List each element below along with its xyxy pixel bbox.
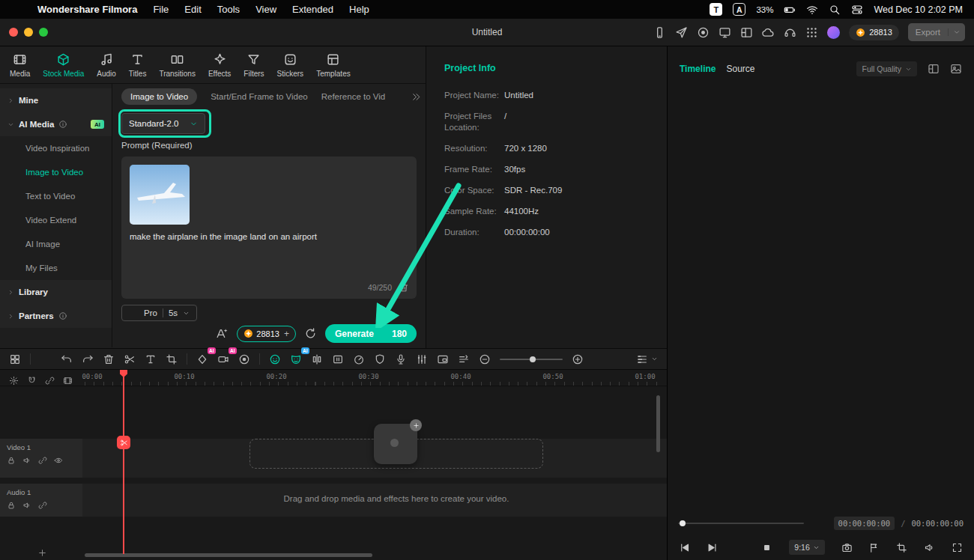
credits-balance[interactable]: 28813: [849, 25, 899, 40]
prompt-text[interactable]: make the airplane in the image land on a…: [130, 232, 408, 241]
chroma-key-tool[interactable]: [238, 353, 250, 365]
quality-select[interactable]: Full Quality: [856, 61, 917, 76]
redo-button[interactable]: [82, 353, 94, 365]
preview-media-icon[interactable]: [950, 63, 962, 75]
sidebar-item-partners[interactable]: Partners: [0, 304, 112, 328]
ai-writer-icon[interactable]: [216, 327, 229, 340]
audio-mixer[interactable]: [416, 353, 428, 365]
lock-track-icon[interactable]: [7, 456, 16, 465]
seek-handle[interactable]: [680, 520, 686, 526]
timeline-settings-icon[interactable]: [9, 376, 19, 386]
sidebar-item-video-inspiration[interactable]: Video Inspiration: [0, 136, 112, 160]
spotlight-search-icon[interactable]: [829, 4, 841, 16]
duration-settings[interactable]: Pro 5s: [121, 305, 197, 321]
timeline-zoom-slider[interactable]: [500, 359, 563, 360]
link-track-icon[interactable]: [38, 456, 47, 465]
zoom-in-button[interactable]: [572, 353, 584, 365]
tab-timeline[interactable]: Timeline: [680, 64, 716, 74]
timeline-horizontal-scrollbar[interactable]: [85, 553, 372, 557]
tab-media[interactable]: Media: [4, 49, 35, 81]
tab-filters[interactable]: Filters: [238, 49, 269, 81]
sidebar-item-ai-image[interactable]: AI Image: [0, 232, 112, 256]
user-avatar[interactable]: [827, 26, 840, 39]
marker-icon[interactable]: [868, 542, 880, 553]
menu-file[interactable]: File: [153, 4, 169, 15]
sidebar-item-text-to-video[interactable]: Text to Video: [0, 184, 112, 208]
stop-icon[interactable]: [761, 542, 772, 553]
record-voiceover[interactable]: [395, 353, 407, 365]
sidebar-item-mine[interactable]: Mine: [0, 88, 112, 112]
split-tool[interactable]: [124, 353, 136, 365]
auto-ripple[interactable]: [458, 353, 470, 365]
tab-source[interactable]: Source: [726, 64, 754, 74]
zoom-out-button[interactable]: [479, 353, 491, 365]
minimize-button[interactable]: [24, 28, 33, 37]
tab-image-to-video[interactable]: Image to Video: [121, 88, 197, 105]
fullscreen-icon[interactable]: [952, 542, 963, 553]
share-icon[interactable]: [675, 26, 688, 39]
keyframe-tool[interactable]: AI: [196, 353, 208, 365]
generate-button[interactable]: Generate 180: [325, 324, 417, 343]
timeline-vertical-scrollbar[interactable]: [656, 395, 660, 452]
tab-transitions[interactable]: Transitions: [154, 49, 201, 81]
timeline-ruler[interactable]: 00:00 00:10 00:20 00:30 00:40 00:50 01:0…: [0, 370, 667, 386]
apple-menu-icon[interactable]: [11, 4, 22, 15]
display-icon[interactable]: [719, 26, 731, 39]
play-icon[interactable]: [734, 542, 745, 553]
add-track-button[interactable]: [37, 548, 47, 558]
workspace-layout-icon[interactable]: [740, 26, 753, 39]
tab-reference-to-video[interactable]: Reference to Vid: [321, 92, 385, 101]
menu-extended[interactable]: Extended: [292, 4, 333, 15]
screen-record-icon[interactable]: [697, 26, 710, 39]
mute-track-icon[interactable]: [22, 501, 31, 510]
battery-icon[interactable]: [784, 4, 796, 16]
export-options[interactable]: [948, 28, 965, 36]
speed-tool[interactable]: [353, 353, 365, 365]
regenerate-icon[interactable]: [304, 327, 317, 340]
export-button[interactable]: Export: [908, 23, 965, 41]
skip-to-start-icon[interactable]: [679, 542, 690, 553]
snapshot-icon[interactable]: [841, 542, 853, 553]
volume-icon[interactable]: [924, 542, 935, 553]
pip-tool[interactable]: [437, 353, 449, 365]
model-select[interactable]: Standard-2.0: [121, 113, 205, 134]
quick-split-button[interactable]: [117, 436, 130, 449]
motion-track-tool[interactable]: AI: [217, 353, 229, 365]
support-icon[interactable]: [784, 26, 796, 39]
ai-portrait-tool[interactable]: [269, 353, 281, 365]
ai-mask-tool[interactable]: AI: [290, 353, 302, 365]
current-timecode[interactable]: 00:00:00:00: [834, 517, 895, 530]
preview-layout-icon[interactable]: [928, 63, 940, 75]
toolbox-button[interactable]: [9, 353, 21, 365]
menubar-clock[interactable]: Wed Dec 10 2:02 PM: [874, 4, 963, 15]
stabilize-tool[interactable]: [374, 353, 386, 365]
playhead[interactable]: [123, 370, 124, 554]
mute-track-icon[interactable]: [22, 456, 31, 465]
sidebar-item-library[interactable]: Library: [0, 280, 112, 304]
wifi-icon[interactable]: [806, 4, 818, 16]
tab-audio[interactable]: Audio: [91, 49, 121, 81]
apps-grid-icon[interactable]: [805, 26, 818, 39]
sidebar-item-image-to-video[interactable]: Image to Video: [0, 160, 112, 184]
tab-titles[interactable]: Titles: [124, 49, 152, 81]
delete-button[interactable]: [103, 353, 115, 365]
step-forward-icon[interactable]: [707, 542, 718, 553]
menu-tools[interactable]: Tools: [217, 4, 240, 15]
prompt-input-area[interactable]: make the airplane in the image land on a…: [121, 156, 417, 299]
preview-seek-slider[interactable]: [678, 523, 804, 524]
visibility-icon[interactable]: [54, 456, 63, 465]
tab-effects[interactable]: Effects: [203, 49, 236, 81]
clear-prompt-icon[interactable]: [399, 282, 409, 293]
crop-preview-icon[interactable]: [896, 542, 907, 553]
link-track-icon[interactable]: [38, 501, 47, 510]
close-button[interactable]: [9, 28, 18, 37]
sidebar-item-ai-media[interactable]: AI MediaAI: [0, 112, 112, 136]
add-credits[interactable]: +: [284, 329, 289, 339]
render-preview-icon[interactable]: [63, 376, 73, 386]
lock-track-icon[interactable]: [7, 501, 16, 510]
aspect-ratio-select[interactable]: 9:16: [789, 540, 824, 555]
tab-stickers[interactable]: Stickers: [272, 49, 309, 81]
zoom-button[interactable]: [39, 28, 48, 37]
more-tabs-icon[interactable]: [411, 92, 421, 102]
text-tool[interactable]: [145, 353, 157, 365]
